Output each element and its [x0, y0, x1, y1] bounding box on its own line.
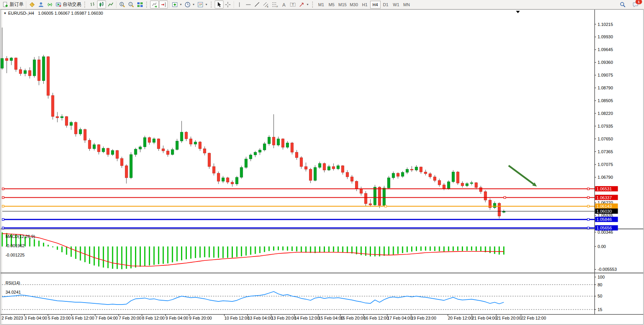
time-tick-label: 10 Feb 12:00 — [224, 316, 249, 320]
chart-shift-button[interactable] — [159, 0, 168, 9]
time-tick-label: 22 Feb 12:00 — [521, 316, 546, 320]
templates-button[interactable]: ▼ — [196, 0, 209, 9]
autotrading-button[interactable]: 自动交易 — [54, 0, 82, 9]
timeframe-MN[interactable]: MN — [401, 1, 412, 9]
macd-histogram-bar — [305, 246, 306, 253]
macd-histogram-bar — [388, 246, 389, 255]
signals-button[interactable] — [45, 0, 54, 9]
timeframe-M15[interactable]: M15 — [337, 1, 348, 9]
candle-body — [470, 183, 473, 183]
timeframe-M1[interactable]: M1 — [316, 1, 326, 9]
time-tick-label: 16 Feb 12:00 — [364, 316, 389, 320]
chat-button[interactable]: 1 — [631, 0, 640, 9]
crosshair-button[interactable] — [224, 0, 232, 9]
macd-histogram-bar — [255, 246, 256, 254]
candle-body — [447, 182, 450, 188]
candle-body — [38, 60, 40, 80]
candle-body — [323, 163, 326, 170]
candle-body — [378, 187, 381, 205]
time-tick-label: 8 Feb 12:00 — [142, 316, 165, 320]
macd-histogram-bar — [2, 233, 3, 246]
rsi-tick-label: 100 — [598, 275, 605, 279]
chart-candles-button[interactable] — [97, 0, 106, 9]
timeframe-D1[interactable]: D1 — [381, 1, 391, 9]
macd-histogram-bar — [342, 246, 343, 252]
periods-button[interactable]: ▼ — [183, 0, 196, 9]
macd-histogram-bar — [476, 246, 477, 251]
svg-text:F: F — [277, 5, 278, 8]
macd-histogram-bar — [439, 246, 440, 251]
timeframe-H1[interactable]: H1 — [360, 1, 370, 9]
text-label-button[interactable]: T — [289, 0, 297, 9]
candle-body — [139, 147, 142, 149]
vertical-line-button[interactable] — [235, 0, 244, 9]
macd-histogram-bar — [370, 246, 371, 257]
chart-bars-button[interactable] — [88, 0, 97, 9]
toolbar-grip — [146, 2, 148, 8]
trendline-button[interactable] — [253, 0, 262, 9]
macd-histogram-bar — [489, 246, 490, 253]
macd-histogram-bar — [397, 246, 398, 254]
candle-body — [442, 185, 445, 188]
auto-scroll-button[interactable] — [150, 0, 159, 9]
macd-histogram-bar — [425, 246, 426, 251]
macd-histogram-bar — [384, 246, 385, 256]
candle-body — [5, 58, 8, 61]
arrows-tool-button[interactable]: ▼ — [297, 0, 310, 9]
macd-histogram-bar — [227, 246, 228, 258]
metaeditor-button[interactable] — [27, 0, 36, 9]
macd-histogram-bar — [365, 246, 366, 256]
timeframe-W1[interactable]: W1 — [391, 1, 401, 9]
macd-histogram-bar — [94, 246, 95, 265]
new-order-button[interactable]: 新订单 — [1, 0, 25, 9]
candle-body — [456, 172, 459, 183]
fibonacci-button[interactable]: F — [271, 0, 280, 9]
rsi-tick-label: 15 — [598, 307, 602, 312]
timeframe-M30[interactable]: M30 — [348, 1, 359, 9]
candle-body — [374, 187, 376, 205]
price-tick-label: 1.08790 — [598, 86, 613, 90]
candle-body — [125, 166, 128, 178]
macd-histogram-bar — [117, 246, 118, 269]
chevron-down-icon: ▼ — [306, 3, 309, 6]
price-tick-label: 1.07935 — [598, 124, 613, 128]
chart-canvas[interactable]: 1.102151.099301.096451.093601.090751.087… — [0, 9, 644, 325]
vertical-line-icon — [236, 2, 243, 8]
level-handle — [588, 205, 589, 207]
candle-body — [245, 159, 248, 168]
macd-histogram-bar — [163, 246, 164, 264]
candle-body — [268, 137, 270, 144]
candle-body — [143, 137, 146, 147]
cursor-button[interactable] — [215, 0, 224, 9]
zoom-in-button[interactable] — [118, 0, 126, 9]
time-tick-label: 17 Feb 04:00 — [387, 316, 412, 320]
chart-line-button[interactable] — [106, 0, 115, 9]
community-button[interactable] — [36, 0, 45, 9]
autotrading-label: 自动交易 — [63, 1, 81, 8]
candle-body — [258, 150, 261, 152]
equidistant-channel-button[interactable]: E — [262, 0, 271, 9]
candle-body — [217, 173, 220, 181]
candle-body — [42, 56, 45, 80]
candle-body — [212, 166, 215, 173]
candle-body — [318, 163, 321, 167]
timeframe-M5[interactable]: M5 — [326, 1, 337, 9]
price-tick-label: 1.10215 — [598, 22, 613, 27]
macd-indicator-label: MACD(12,26,9) -0.001962 -0.001225 — [3, 229, 35, 257]
one-click-trading-toggle[interactable]: ▼ — [3, 12, 7, 15]
horizontal-line-button[interactable] — [244, 0, 253, 9]
text-button[interactable]: A — [280, 0, 289, 9]
candle-body — [240, 168, 243, 177]
candle-body — [157, 139, 160, 149]
macd-histogram-bar — [250, 246, 251, 255]
timeframe-H4[interactable]: H4 — [370, 1, 381, 9]
indicators-button[interactable]: ▼ — [171, 0, 183, 9]
search-button[interactable] — [618, 0, 627, 9]
tile-windows-button[interactable] — [135, 0, 144, 9]
time-tick-label: 7 Feb 04:00 — [95, 316, 118, 320]
macd-histogram-bar — [186, 246, 187, 259]
macd-histogram-bar — [434, 246, 436, 251]
zoom-out-button[interactable] — [126, 0, 135, 9]
trendline-icon — [254, 2, 260, 8]
candle-body — [282, 139, 284, 147]
